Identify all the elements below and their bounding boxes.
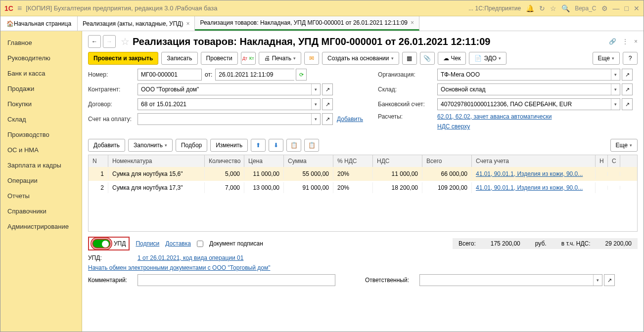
contract-input[interactable]: ▾	[138, 98, 321, 110]
date-input[interactable]: 📅	[215, 69, 294, 81]
acc-link[interactable]: 41.01, 90.01.1, Изделия из кожи, 90.0...	[476, 184, 583, 191]
bank-open-button[interactable]: ↗	[622, 98, 633, 110]
sidebar-item-payroll[interactable]: Зарплата и кадры	[0, 158, 82, 173]
col-total[interactable]: Всего	[422, 155, 472, 167]
store-open-button[interactable]: ↗	[622, 83, 633, 95]
tab-close-icon[interactable]: ×	[411, 19, 414, 26]
edo-start-link[interactable]: Начать обмен электронными документами с …	[88, 264, 270, 271]
favorite-icon[interactable]: ☆	[121, 36, 130, 47]
close-icon[interactable]: ✕	[634, 4, 640, 12]
more-icon[interactable]: ⋮	[622, 38, 628, 45]
vat-link[interactable]: НДС сверху	[437, 123, 470, 130]
tab-home[interactable]: 🏠 Начальная страница	[0, 16, 78, 31]
chevron-down-icon[interactable]: ▾	[311, 84, 320, 95]
sidebar-item-purchases[interactable]: Покупки	[0, 96, 82, 112]
number-input[interactable]	[138, 69, 202, 81]
sidebar-item-production[interactable]: Производство	[0, 127, 82, 142]
attach-button[interactable]: 📎	[420, 52, 435, 65]
col-qty[interactable]: Количество	[205, 155, 244, 167]
col-vat[interactable]: НДС	[373, 155, 422, 167]
create-based-button[interactable]: Создать на основании▾	[322, 52, 399, 65]
col-nom[interactable]: Номенклатура	[108, 155, 205, 167]
add-invoice-link[interactable]: Добавить	[337, 116, 363, 123]
edo-button[interactable]: 📄ЭДО▾	[469, 52, 506, 65]
invoice-input[interactable]: ▾	[138, 113, 321, 125]
table-add-button[interactable]: Добавить	[88, 139, 125, 152]
col-c[interactable]: С	[608, 155, 620, 167]
contra-open-button[interactable]: ↗	[322, 83, 333, 95]
struct-button[interactable]: ▦	[402, 52, 417, 65]
sidebar-item-catalogs[interactable]: Справочники	[0, 204, 82, 219]
org-open-button[interactable]: ↗	[622, 69, 633, 81]
table-more-button[interactable]: Еще▾	[610, 139, 638, 152]
signatures-link[interactable]: Подписи	[136, 240, 159, 247]
upd-toggle[interactable]	[92, 239, 111, 249]
col-n[interactable]: N	[89, 155, 108, 167]
store-input[interactable]: ▾	[437, 83, 620, 95]
star-icon[interactable]: ☆	[550, 4, 556, 12]
col-acc[interactable]: Счета учета	[472, 155, 596, 167]
table-row[interactable]: 1 Сумка для ноутбука 15,6" 5,000 11 000,…	[89, 167, 637, 181]
minimize-icon[interactable]: —	[613, 4, 620, 12]
col-sum[interactable]: Сумма	[284, 155, 333, 167]
refresh-date-button[interactable]: ⟳	[296, 69, 307, 81]
post-button[interactable]: Провести	[201, 52, 238, 65]
settings-icon[interactable]: ⚙	[601, 4, 608, 12]
sidebar-item-manager[interactable]: Руководителю	[0, 50, 82, 66]
bell-icon[interactable]: 🔔	[526, 4, 534, 12]
contra-input[interactable]: ▾	[138, 83, 321, 95]
print-button[interactable]: 🖨Печать▾	[259, 52, 301, 65]
nav-back-button[interactable]: ←	[88, 35, 101, 48]
save-button[interactable]: Записать	[161, 52, 197, 65]
maximize-icon[interactable]: □	[625, 4, 629, 12]
check-button[interactable]: ☁Чек	[438, 52, 466, 65]
chevron-down-icon[interactable]: ▾	[311, 99, 320, 110]
doc-signed-checkbox[interactable]	[197, 241, 203, 247]
comment-input[interactable]	[138, 274, 335, 286]
move-down-button[interactable]: ⬇	[269, 139, 283, 152]
move-up-button[interactable]: ⬆	[251, 139, 266, 152]
sidebar-item-bank[interactable]: Банк и касса	[0, 66, 82, 81]
history-icon[interactable]: ↻	[539, 4, 545, 12]
paste-button[interactable]: 📋	[304, 139, 319, 152]
more-button[interactable]: Еще▾	[593, 52, 620, 65]
sidebar-item-sales[interactable]: Продажи	[0, 81, 82, 96]
responsible-input[interactable]: ▾	[419, 274, 602, 286]
sidebar-item-warehouse[interactable]: Склад	[0, 112, 82, 127]
sidebar-item-osnma[interactable]: ОС и НМА	[0, 142, 82, 158]
contract-open-button[interactable]: ↗	[322, 98, 333, 110]
tab-close-icon[interactable]: ×	[186, 20, 189, 27]
invoice-open-button[interactable]: ↗	[322, 113, 333, 125]
close-page-icon[interactable]: ×	[634, 38, 638, 45]
user-label[interactable]: Вера_С	[575, 5, 596, 12]
table-row[interactable]: 2 Сумка для ноутбука 17,3" 7,000 13 000,…	[89, 181, 637, 195]
dtkt-button[interactable]: ДтКт	[241, 52, 256, 65]
col-h[interactable]: Н	[596, 155, 608, 167]
col-price[interactable]: Цена	[244, 155, 284, 167]
post-close-button[interactable]: Провести и закрыть	[88, 52, 158, 65]
copy-button[interactable]: 📋	[286, 139, 301, 152]
chevron-down-icon[interactable]: ▾	[611, 69, 620, 80]
responsible-open-button[interactable]: ↗	[604, 274, 615, 286]
acc-link[interactable]: 41.01, 90.01.1, Изделия из кожи, 90.0...	[476, 170, 583, 177]
org-input[interactable]: ▾	[437, 69, 620, 81]
menu-icon[interactable]: ≡	[17, 4, 22, 13]
sidebar-item-reports[interactable]: Отчеты	[0, 188, 82, 204]
sidebar-item-operations[interactable]: Операции	[0, 173, 82, 188]
chevron-down-icon[interactable]: ▾	[611, 99, 620, 110]
bank-input[interactable]: ▾	[437, 98, 620, 110]
table-change-button[interactable]: Изменить	[210, 139, 248, 152]
chevron-down-icon[interactable]: ▾	[611, 84, 620, 95]
tab-realization-doc[interactable]: Реализация товаров: Накладная, УПД МГ00-…	[195, 16, 419, 31]
sidebar-item-admin[interactable]: Администрирование	[0, 219, 82, 234]
chevron-down-icon[interactable]: ▾	[311, 114, 320, 124]
table-fill-button[interactable]: Заполнить▾	[128, 139, 173, 152]
col-vatpct[interactable]: % НДС	[333, 155, 373, 167]
link-icon[interactable]: 🔗	[609, 38, 616, 45]
upd-doc-link[interactable]: 1 от 26.01.2021, код вида операции 01	[138, 254, 243, 261]
search-icon[interactable]: 🔍	[561, 4, 570, 12]
mail-button[interactable]: ✉	[304, 52, 319, 65]
nav-forward-button[interactable]: →	[103, 35, 116, 48]
delivery-link[interactable]: Доставка	[165, 240, 191, 247]
table-select-button[interactable]: Подбор	[176, 139, 207, 152]
